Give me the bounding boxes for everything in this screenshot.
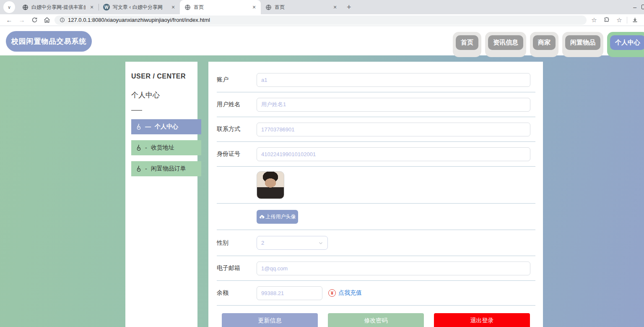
- email-input[interactable]: [257, 262, 530, 275]
- form-row-email: 电子邮箱: [217, 256, 535, 281]
- gender-value: 2: [261, 240, 264, 246]
- chevron-down-icon: [318, 241, 323, 246]
- cloud-upload-icon: [259, 214, 265, 220]
- main-nav: 首页 资讯信息 商家 闲置物品 个人中心 购物车: [453, 32, 644, 57]
- new-tab-button[interactable]: +: [347, 3, 351, 12]
- toolbar-separator: [627, 17, 627, 24]
- back-icon[interactable]: ←: [4, 15, 14, 25]
- balance-input[interactable]: [257, 286, 322, 300]
- nav-item-home[interactable]: 首页: [453, 32, 481, 57]
- field-label: 性别: [217, 239, 257, 247]
- menu-dash: -: [145, 144, 147, 151]
- sidebar-item-label: 闲置物品订单: [151, 165, 186, 173]
- info-icon[interactable]: [60, 17, 65, 23]
- menu-dash: —: [145, 123, 151, 130]
- sidebar-item-user-center[interactable]: — 个人中心: [131, 119, 201, 134]
- menu-dash: -: [145, 165, 147, 172]
- address-omnibox[interactable]: 127.0.0.1:8080/xiaoyuanxianzhiwupinjiaoy…: [55, 16, 587, 25]
- bookmark-star-icon[interactable]: ☆: [589, 15, 599, 25]
- page-background: USER / CENTER 个人中心 — 个人中心 -: [0, 55, 644, 327]
- form-row-balance: 余额 ¥ 点我充值: [217, 281, 535, 306]
- download-icon[interactable]: [630, 15, 640, 25]
- phone-input[interactable]: [257, 123, 530, 136]
- nav-item-merchants[interactable]: 商家: [530, 32, 558, 57]
- form-row-actions: 更新信息 修改密码 退出登录: [217, 306, 535, 327]
- sidebar-menu: — 个人中心 - 收货地址 - 闲置物品订单: [125, 119, 197, 176]
- browser-tab-2[interactable]: W 写文章 ‹ 白嫖中分享网 ×: [99, 0, 180, 14]
- id-number-input[interactable]: [257, 147, 530, 161]
- site-header: 校园闲置物品交易系统 首页 资讯信息 商家 闲置物品 个人中心 购物车: [0, 26, 644, 55]
- url-text: 127.0.0.1:8080/xiaoyuanxianzhiwupinjiaoy…: [68, 17, 210, 23]
- tab-title: 首页: [194, 4, 248, 11]
- tab-search-button[interactable]: ∨: [3, 1, 15, 13]
- close-icon[interactable]: ×: [332, 4, 338, 10]
- username-input[interactable]: [257, 98, 530, 112]
- favorites-star-icon[interactable]: ☆: [614, 15, 624, 25]
- actions-row: 更新信息 修改密码 退出登录: [222, 313, 530, 327]
- browser-tab-1[interactable]: 白嫖中分享网-提供丰富的 Java ×: [18, 0, 99, 14]
- sidebar-item-label: 收货地址: [151, 144, 174, 152]
- forward-icon[interactable]: →: [17, 15, 27, 25]
- tab-title: 首页: [275, 4, 329, 11]
- yen-icon: ¥: [328, 289, 336, 297]
- profile-form: 账户 用户姓名 联系方式 身份证号: [208, 62, 543, 327]
- globe-favicon-icon: [265, 4, 272, 10]
- reload-icon[interactable]: [29, 15, 39, 25]
- form-row-phone: 联系方式: [217, 117, 535, 142]
- sidebar-item-idle-goods-orders[interactable]: - 闲置物品订单: [131, 161, 201, 176]
- update-info-button[interactable]: 更新信息: [222, 313, 318, 327]
- globe-favicon-icon: [22, 4, 29, 10]
- wordpress-favicon-icon: W: [103, 4, 110, 10]
- sidebar-item-label: 个人中心: [155, 123, 178, 131]
- logout-button[interactable]: 退出登录: [434, 313, 530, 327]
- field-label: 身份证号: [217, 150, 257, 158]
- nav-item-user-center[interactable]: 个人中心: [607, 32, 644, 57]
- recharge-link-group[interactable]: ¥ 点我充值: [328, 289, 362, 297]
- sidebar-subtitle: 个人中心: [131, 90, 197, 100]
- close-icon[interactable]: ×: [170, 4, 177, 10]
- minimize-button[interactable]: –: [633, 4, 636, 10]
- browser-tab-4[interactable]: 首页 ×: [261, 0, 342, 14]
- sidebar-item-shipping-address[interactable]: - 收货地址: [131, 140, 201, 155]
- maximize-button[interactable]: [641, 5, 644, 9]
- gender-select[interactable]: 2: [257, 236, 328, 250]
- sidebar-title: USER / CENTER: [131, 73, 197, 80]
- upload-avatar-button[interactable]: 上传用户头像: [257, 210, 298, 224]
- browser-url-bar: ← → 127.0.0.1:8080/xiaoyuanxianzhiwupinj…: [0, 14, 644, 26]
- home-icon[interactable]: [42, 15, 52, 25]
- browser-tab-bar: ∨ 白嫖中分享网-提供丰富的 Java × W 写文章 ‹ 白嫖中分享网 × 首…: [0, 0, 644, 14]
- user-avatar: [257, 171, 284, 199]
- flame-icon: [135, 165, 142, 172]
- field-label: 联系方式: [217, 126, 257, 133]
- flame-icon: [135, 123, 142, 130]
- field-label: 电子邮箱: [217, 264, 257, 272]
- form-row-account: 账户: [217, 68, 535, 92]
- chevron-down-icon: ∨: [8, 5, 11, 10]
- field-label: 用户姓名: [217, 101, 257, 108]
- field-label: 余额: [217, 289, 257, 297]
- change-password-button[interactable]: 修改密码: [328, 313, 424, 327]
- site-logo[interactable]: 校园闲置物品交易系统: [6, 31, 92, 52]
- globe-favicon-icon: [184, 4, 191, 10]
- nav-item-news[interactable]: 资讯信息: [485, 32, 526, 57]
- tab-title: 白嫖中分享网-提供丰富的 Java: [31, 4, 86, 11]
- form-row-avatar: [217, 167, 535, 204]
- extensions-icon[interactable]: [602, 15, 612, 25]
- flame-icon: [135, 144, 142, 151]
- close-icon[interactable]: ×: [88, 4, 95, 10]
- form-row-username: 用户姓名: [217, 92, 535, 117]
- close-icon[interactable]: ×: [251, 4, 257, 10]
- nav-item-idle-goods[interactable]: 闲置物品: [562, 32, 603, 57]
- field-label: 账户: [217, 76, 257, 84]
- tab-title: 写文章 ‹ 白嫖中分享网: [113, 4, 167, 11]
- recharge-link[interactable]: 点我充值: [338, 289, 362, 297]
- account-input[interactable]: [257, 73, 530, 87]
- sidebar-divider: [131, 110, 142, 111]
- user-center-sidebar: USER / CENTER 个人中心 — 个人中心 -: [125, 62, 197, 327]
- browser-tab-3-active[interactable]: 首页 ×: [180, 0, 261, 14]
- form-row-id-number: 身份证号: [217, 142, 535, 167]
- form-row-gender: 性别 2: [217, 230, 535, 256]
- form-row-upload: 上传用户头像: [217, 204, 535, 230]
